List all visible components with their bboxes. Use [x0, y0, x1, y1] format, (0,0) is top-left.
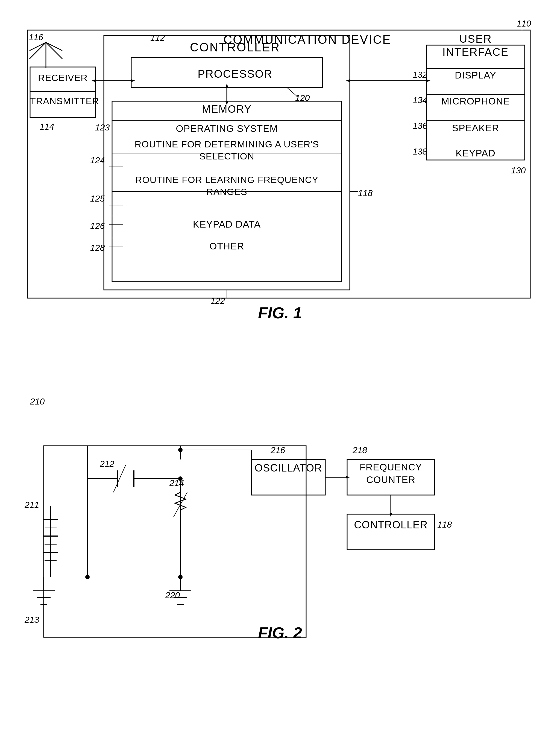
ui-label: USER INTERFACE — [426, 32, 525, 59]
fig2-label: FIG. 2 — [0, 623, 560, 642]
keypad-label: KEYPAD — [427, 148, 524, 159]
svg-marker-54 — [125, 463, 127, 466]
svg-marker-45 — [389, 513, 392, 517]
ref-216: 216 — [271, 445, 285, 455]
svg-point-49 — [178, 448, 182, 452]
svg-line-18 — [46, 42, 62, 59]
ref-110: 110 — [517, 19, 531, 29]
ref-218: 218 — [353, 445, 367, 455]
svg-line-17 — [30, 42, 46, 59]
svg-line-59 — [174, 492, 187, 517]
ref-210: 210 — [30, 396, 44, 407]
svg-point-66 — [178, 575, 182, 579]
ref-214: 214 — [170, 478, 184, 488]
routine1-label: ROUTINE FOR DETERMINING A USER'S SELECTI… — [115, 130, 339, 162]
controller-label-fig2: CONTROLLER — [347, 519, 434, 531]
ref-128: 128 — [90, 243, 105, 253]
ref-123: 123 — [95, 123, 110, 133]
ref-132: 132 — [413, 70, 427, 80]
ref-118-fig1: 118 — [358, 188, 373, 198]
transmitter-label: TRANSMITTER — [30, 96, 96, 106]
ref-114: 114 — [40, 122, 54, 132]
svg-marker-28 — [225, 84, 228, 88]
ref-118-fig2: 118 — [437, 520, 452, 530]
microphone-label: MICROPHONE — [427, 96, 524, 107]
routine2-label: ROUTINE FOR LEARNING FREQUENCY RANGES — [115, 167, 339, 198]
ref-211: 211 — [25, 500, 39, 510]
ref-120: 120 — [295, 93, 310, 103]
svg-line-20 — [46, 42, 62, 51]
other-label: OTHER — [115, 241, 339, 252]
processor-label: PROCESSOR — [117, 68, 353, 80]
svg-point-64 — [85, 575, 90, 579]
speaker-label: SPEAKER — [427, 123, 524, 133]
display-label: DISPLAY — [427, 70, 524, 81]
oscillator-label: OSCILLATOR — [251, 462, 325, 474]
ref-126: 126 — [90, 221, 105, 231]
ref-138: 138 — [413, 147, 427, 157]
freq-counter-label: FREQUENCY COUNTER — [347, 461, 434, 486]
svg-marker-60 — [186, 491, 188, 494]
keypad-data-label: KEYPAD DATA — [115, 219, 339, 230]
ref-116: 116 — [29, 32, 43, 42]
svg-rect-38 — [44, 446, 306, 637]
ref-125: 125 — [90, 194, 105, 204]
svg-line-53 — [113, 465, 126, 492]
ref-112: 112 — [150, 33, 165, 43]
memory-label: MEMORY — [115, 103, 339, 115]
ref-136: 136 — [413, 121, 427, 131]
svg-line-19 — [30, 42, 46, 51]
ref-212: 212 — [100, 459, 114, 469]
ref-134: 134 — [413, 95, 427, 105]
ref-220: 220 — [165, 590, 180, 600]
fig1-label: FIG. 1 — [0, 303, 560, 322]
ref-124: 124 — [90, 155, 105, 165]
ref-130: 130 — [511, 165, 526, 175]
receiver-label: RECEIVER — [30, 72, 96, 83]
